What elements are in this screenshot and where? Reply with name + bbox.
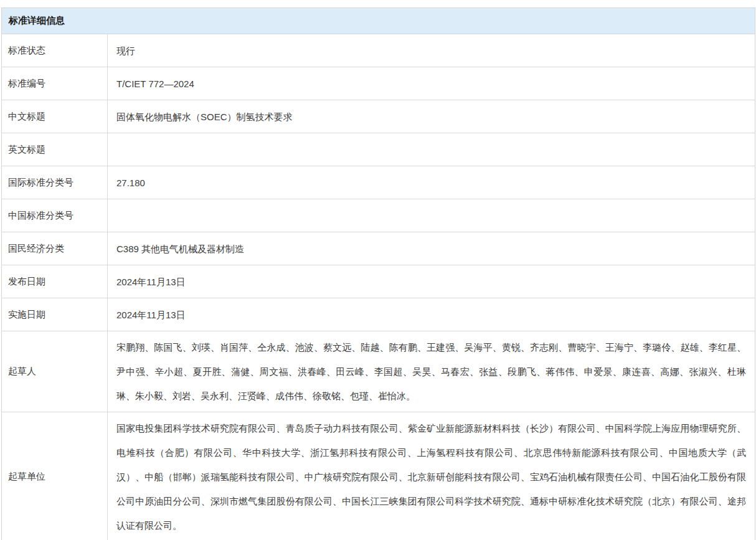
row-value: 宋鹏翔、陈国飞、刘瑛、肖国萍、仝永成、池波、蔡文远、陆越、陈有鹏、王建强、吴海平… — [108, 331, 755, 412]
row-value: C389 其他电气机械及器材制造 — [108, 232, 755, 265]
table-row-drafting-organizations: 起草单位 国家电投集团科学技术研究院有限公司、青岛质子动力科技有限公司、紫金矿业… — [2, 412, 755, 540]
table-row-english-title: 英文标题 — [2, 133, 755, 166]
table-header: 标准详细信息 — [2, 8, 755, 34]
row-value-text: T/CIET 772—2024 — [116, 72, 746, 96]
row-value: 27.180 — [108, 166, 755, 199]
table-row-economy-classification: 国民经济分类 C389 其他电气机械及器材制造 — [2, 232, 755, 265]
table-row-implement-date: 实施日期 2024年11月13日 — [2, 298, 755, 331]
row-label: 国际标准分类号 — [2, 166, 108, 199]
row-value-text: 2024年11月13日 — [116, 270, 746, 294]
row-label: 中文标题 — [2, 100, 108, 133]
row-value: 2024年11月13日 — [108, 298, 755, 331]
row-value-text: 现行 — [116, 39, 746, 63]
standard-detail-table: 标准详细信息 标准状态 现行 标准编号 T/CIET 772—2024 中文标题… — [1, 7, 755, 540]
row-value-text: 宋鹏翔、陈国飞、刘瑛、肖国萍、仝永成、池波、蔡文远、陆越、陈有鹏、王建强、吴海平… — [116, 335, 746, 408]
table-row-standard-number: 标准编号 T/CIET 772—2024 — [2, 67, 755, 100]
table-title: 标准详细信息 — [9, 15, 65, 27]
row-label: 标准状态 — [2, 34, 108, 67]
row-value: 2024年11月13日 — [108, 265, 755, 298]
row-value-text: 国家电投集团科学技术研究院有限公司、青岛质子动力科技有限公司、紫金矿业新能源新材… — [116, 416, 746, 538]
row-label: 英文标题 — [2, 133, 108, 166]
row-value: 固体氧化物电解水（SOEC）制氢技术要求 — [108, 100, 755, 133]
row-value-text: 固体氧化物电解水（SOEC）制氢技术要求 — [116, 105, 746, 129]
row-label: 标准编号 — [2, 67, 108, 100]
row-value: 现行 — [108, 34, 755, 67]
row-value-text: 2024年11月13日 — [116, 303, 746, 327]
row-value-text: 27.180 — [116, 171, 746, 195]
row-label: 国民经济分类 — [2, 232, 108, 265]
table-row-ccs-number: 中国标准分类号 — [2, 199, 755, 232]
row-value-text: C389 其他电气机械及器材制造 — [116, 237, 746, 261]
row-value — [108, 199, 755, 232]
row-label: 发布日期 — [2, 265, 108, 298]
table-row-drafters: 起草人 宋鹏翔、陈国飞、刘瑛、肖国萍、仝永成、池波、蔡文远、陆越、陈有鹏、王建强… — [2, 331, 755, 412]
table-row-chinese-title: 中文标题 固体氧化物电解水（SOEC）制氢技术要求 — [2, 100, 755, 133]
table-row-publish-date: 发布日期 2024年11月13日 — [2, 265, 755, 298]
row-label: 起草人 — [2, 331, 108, 412]
row-value: 国家电投集团科学技术研究院有限公司、青岛质子动力科技有限公司、紫金矿业新能源新材… — [108, 412, 755, 540]
row-label: 中国标准分类号 — [2, 199, 108, 232]
row-value — [108, 133, 755, 166]
row-value: T/CIET 772—2024 — [108, 67, 755, 100]
row-label: 实施日期 — [2, 298, 108, 331]
row-label: 起草单位 — [2, 412, 108, 540]
table-row-standard-status: 标准状态 现行 — [2, 34, 755, 67]
table-row-ics-number: 国际标准分类号 27.180 — [2, 166, 755, 199]
